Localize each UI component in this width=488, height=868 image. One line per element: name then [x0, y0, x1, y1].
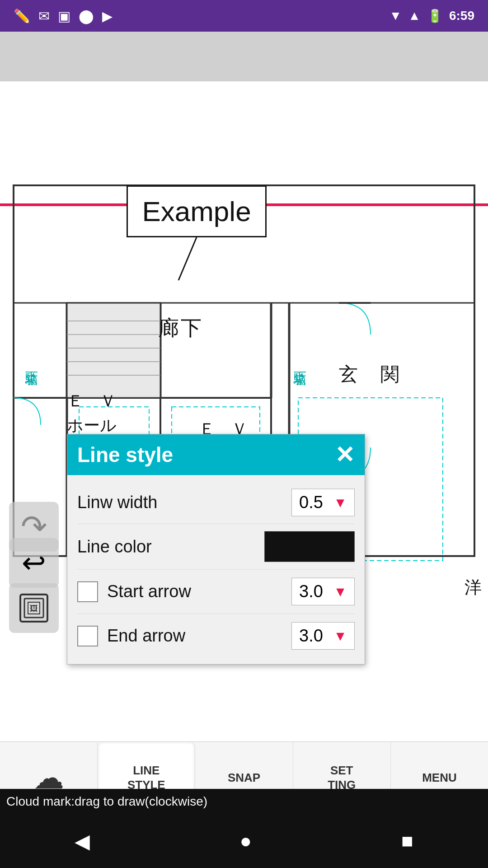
start-arrow-row: Start arrow 3.0 ▼: [77, 570, 355, 614]
status-message-text: Cloud mark:drag to draw(clockwise): [6, 794, 207, 809]
dialog-body: Linw width 0.5 ▼ Line color Start arro: [67, 475, 365, 664]
line-width-dropdown[interactable]: 0.5 ▼: [291, 489, 355, 516]
ev-hall-text: Ｅ Ｖホール: [67, 389, 117, 438]
status-icons-left: ✏️ ✉ ▣ ⬤ ▶: [14, 8, 113, 24]
sim-icon: ▣: [58, 8, 70, 24]
play-icon: ▶: [102, 8, 113, 24]
side-label-left: 下駄箱: [23, 362, 40, 364]
snap-label: SNAP: [228, 771, 260, 785]
start-arrow-checkbox[interactable]: [77, 581, 98, 602]
nav-recent-button[interactable]: ■: [383, 822, 432, 859]
end-arrow-row: End arrow 3.0 ▼: [77, 614, 355, 658]
svg-rect-11: [67, 303, 160, 398]
dialog-title: Line style: [77, 443, 173, 467]
line-width-label: Linw width: [77, 493, 291, 512]
wifi-icon: ▼: [389, 9, 402, 23]
roka-text: 廊下: [158, 314, 203, 342]
undo-button[interactable]: ↩: [9, 538, 59, 588]
example-label: Example: [142, 195, 251, 227]
svg-text:🖼: 🖼: [30, 604, 38, 613]
capture-button[interactable]: 🖼: [9, 583, 59, 633]
status-right: ▼ ▲ 🔋 6:59: [389, 9, 474, 24]
line-color-row: Line color: [77, 524, 355, 570]
nav-home-button[interactable]: ●: [221, 822, 270, 859]
start-arrow-value: 3.0: [299, 582, 323, 601]
line-width-control[interactable]: 0.5 ▼: [291, 489, 355, 516]
nav-back-button[interactable]: ◀: [56, 822, 108, 860]
line-color-control[interactable]: [264, 531, 355, 562]
settings-label: SETTING: [328, 764, 356, 792]
line-width-row: Linw width 0.5 ▼: [77, 481, 355, 524]
line-color-swatch[interactable]: [264, 531, 355, 562]
chevron-down-icon: ▼: [333, 495, 347, 510]
line-style-dialog: Line style ✕ Linw width 0.5 ▼ Line color: [67, 434, 365, 665]
start-arrow-dropdown[interactable]: 3.0 ▼: [291, 578, 355, 605]
mail-icon: ✉: [38, 8, 50, 24]
menu-label: MENU: [422, 771, 457, 785]
capture-icon: 🖼: [18, 592, 50, 624]
floorplan-area: Example 廊下 Ｅ Ｖホール Ｅ Ｖ 玄 関 下駄箱 下駄箱 ↷ ↩ 🖼: [0, 32, 488, 732]
status-bar: ✏️ ✉ ▣ ⬤ ▶ ▼ ▲ 🔋 6:59: [0, 0, 488, 32]
end-arrow-label: End arrow: [107, 626, 291, 646]
end-arrow-value: 3.0: [299, 626, 323, 646]
genkan-text: 玄 関: [339, 362, 401, 387]
record-icon: ⬤: [79, 8, 94, 24]
dialog-header: Line style ✕: [67, 434, 365, 475]
line-color-label: Line color: [77, 537, 264, 557]
chevron-down-icon-2: ▼: [333, 584, 347, 599]
end-arrow-dropdown[interactable]: 3.0 ▼: [291, 622, 355, 650]
clock: 6:59: [449, 9, 474, 23]
end-arrow-checkbox[interactable]: [77, 626, 98, 646]
line-width-value: 0.5: [299, 493, 323, 512]
side-label-right: 下駄箱: [291, 362, 308, 364]
example-box: Example: [127, 185, 267, 237]
gray-band: [0, 32, 488, 81]
edit-icon: ✏️: [14, 8, 30, 24]
line-style-label: LINESTYLE: [127, 764, 165, 792]
battery-icon: 🔋: [427, 9, 443, 24]
status-message-bar: Cloud mark:drag to draw(clockwise): [0, 789, 488, 814]
nav-bar: ◀ ● ■: [0, 814, 488, 868]
signal-icon: ▲: [408, 9, 421, 23]
youma-text: 洋: [465, 576, 482, 599]
chevron-down-icon-3: ▼: [333, 628, 347, 644]
dialog-close-button[interactable]: ✕: [335, 443, 355, 467]
start-arrow-label: Start arrow: [107, 582, 291, 601]
